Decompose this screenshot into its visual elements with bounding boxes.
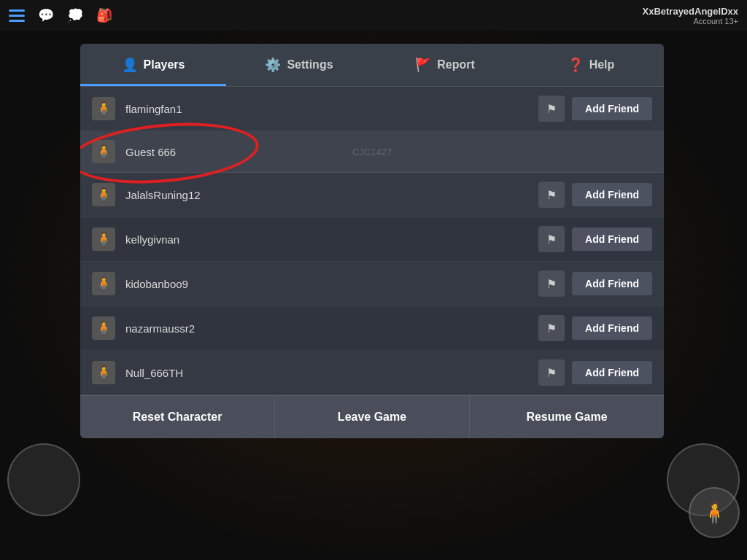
tab-settings[interactable]: ⚙️ Settings bbox=[226, 44, 372, 86]
flag-button[interactable]: ⚑ bbox=[538, 96, 565, 122]
player-name: Null_666TH bbox=[125, 367, 538, 379]
flag-button[interactable]: ⚑ bbox=[538, 226, 565, 252]
avatar: 🧍 bbox=[92, 316, 115, 340]
backpack-icon[interactable]: 🎒 bbox=[95, 6, 114, 25]
flag-button[interactable]: ⚑ bbox=[538, 315, 565, 341]
top-bar-icons: 💬 💭 🎒 bbox=[36, 6, 114, 25]
tab-header: 👤 Players ⚙️ Settings 🚩 Report ❓ Help bbox=[80, 44, 664, 87]
settings-tab-icon: ⚙️ bbox=[265, 57, 281, 73]
player-name: nazarmaussr2 bbox=[125, 322, 538, 335]
add-friend-button[interactable]: Add Friend bbox=[572, 228, 652, 251]
username: XxBetrayedAngelDxx bbox=[643, 6, 739, 17]
avatar: 🧍 bbox=[92, 228, 115, 251]
flag-button[interactable]: ⚑ bbox=[538, 359, 565, 386]
add-friend-button[interactable]: Add Friend bbox=[572, 272, 652, 295]
player-row[interactable]: 🧍 nazarmaussr2 ⚑ Add Friend bbox=[80, 306, 664, 351]
controller-avatar: 🧍 bbox=[689, 487, 740, 538]
message-icon[interactable]: 💭 bbox=[66, 6, 85, 25]
avatar: 🧍 bbox=[92, 183, 115, 206]
reset-character-button[interactable]: Reset Character bbox=[80, 395, 275, 438]
avatar: 🧍 bbox=[92, 361, 115, 384]
leave-game-button[interactable]: Leave Game bbox=[275, 395, 470, 438]
report-tab-icon: 🚩 bbox=[415, 57, 431, 73]
player-name: kellygivnan bbox=[125, 233, 538, 246]
avatar: 🧍 bbox=[92, 97, 115, 120]
add-friend-button[interactable]: Add Friend bbox=[572, 316, 652, 340]
account-label: Account 13+ bbox=[643, 17, 739, 26]
player-row[interactable]: 🧍 flamingfan1 ⚑ Add Friend bbox=[80, 87, 664, 131]
resume-game-button[interactable]: Resume Game bbox=[470, 395, 664, 438]
player-name: flamingfan1 bbox=[125, 103, 538, 115]
player-row[interactable]: 🧍 kellygivnan ⚑ Add Friend bbox=[80, 217, 664, 262]
add-friend-button[interactable]: Add Friend bbox=[572, 361, 652, 384]
chat-icon[interactable]: 💬 bbox=[36, 6, 55, 25]
flag-button[interactable]: ⚑ bbox=[538, 271, 565, 297]
tab-help[interactable]: ❓ Help bbox=[518, 44, 664, 86]
hamburger-menu-icon[interactable] bbox=[9, 9, 25, 22]
player-name: kidobanboo9 bbox=[125, 278, 538, 290]
help-tab-icon: ❓ bbox=[568, 57, 584, 73]
tab-report[interactable]: 🚩 Report bbox=[372, 44, 518, 86]
tab-settings-label: Settings bbox=[287, 58, 333, 71]
flag-button[interactable]: ⚑ bbox=[538, 182, 565, 208]
avatar: 🧍 bbox=[92, 140, 115, 163]
add-friend-button[interactable]: Add Friend bbox=[572, 183, 652, 206]
main-panel: 👤 Players ⚙️ Settings 🚩 Report ❓ Help 🧍 … bbox=[80, 44, 664, 438]
player-name: Guest 666 bbox=[125, 146, 652, 158]
player-row[interactable]: 🧍 JalalsRuning12 ⚑ Add Friend bbox=[80, 173, 664, 217]
tab-players-label: Players bbox=[144, 58, 185, 71]
tab-players[interactable]: 👤 Players bbox=[80, 44, 226, 86]
player-row[interactable]: 🧍 Null_666TH ⚑ Add Friend bbox=[80, 351, 664, 395]
player-row[interactable]: 🧍 kidobanboo9 ⚑ Add Friend bbox=[80, 262, 664, 306]
tab-help-label: Help bbox=[589, 58, 615, 71]
user-info: XxBetrayedAngelDxx Account 13+ bbox=[643, 6, 739, 26]
players-tab-icon: 👤 bbox=[122, 57, 138, 73]
player-name: JalalsRuning12 bbox=[125, 189, 538, 201]
add-friend-button[interactable]: Add Friend bbox=[572, 97, 652, 120]
avatar: 🧍 bbox=[92, 272, 115, 295]
tab-report-label: Report bbox=[437, 58, 475, 71]
player-list: 🧍 flamingfan1 ⚑ Add Friend 🧍 Guest 666 C… bbox=[80, 87, 664, 395]
player-row-selected[interactable]: 🧍 Guest 666 CJC1427 bbox=[80, 131, 664, 173]
top-bar: 💬 💭 🎒 XxBetrayedAngelDxx Account 13+ bbox=[0, 0, 747, 31]
bottom-bar: Reset Character Leave Game Resume Game bbox=[80, 395, 664, 438]
controller-left-joystick[interactable] bbox=[7, 443, 80, 516]
